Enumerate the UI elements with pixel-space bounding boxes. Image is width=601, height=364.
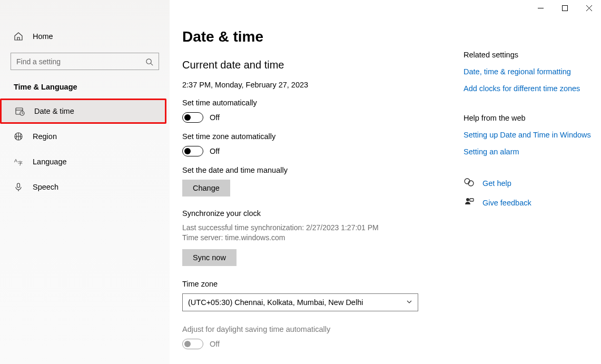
change-button[interactable]: Change bbox=[182, 180, 230, 196]
sidebar-item-date-time[interactable]: Date & time bbox=[0, 99, 166, 124]
svg-point-10 bbox=[466, 198, 469, 201]
sidebar: Home Time & Language Date & time Region … bbox=[0, 0, 170, 364]
calendar-clock-icon bbox=[15, 106, 25, 116]
globe-icon bbox=[14, 132, 23, 141]
sidebar-item-language[interactable]: A字 Language bbox=[0, 149, 170, 174]
svg-text:A: A bbox=[14, 158, 17, 163]
chevron-down-icon bbox=[406, 298, 412, 307]
right-rail: Related settings Date, time & regional f… bbox=[464, 51, 600, 230]
dst-label: Adjust for daylight saving time automati… bbox=[182, 325, 451, 333]
sidebar-item-label: Language bbox=[33, 158, 67, 166]
feedback-icon bbox=[464, 196, 474, 209]
home-label: Home bbox=[33, 32, 53, 41]
help-icon bbox=[464, 177, 474, 189]
dst-state: Off bbox=[210, 340, 220, 348]
set-time-auto-label: Set time automatically bbox=[182, 99, 451, 107]
set-tz-auto-state: Off bbox=[210, 147, 220, 155]
sidebar-item-label: Region bbox=[33, 132, 57, 141]
sidebar-item-label: Speech bbox=[33, 183, 58, 191]
search-wrap bbox=[11, 53, 159, 70]
link-regional-formatting[interactable]: Date, time & regional formatting bbox=[464, 67, 600, 76]
timezone-value: (UTC+05:30) Chennai, Kolkata, Mumbai, Ne… bbox=[188, 298, 363, 307]
svg-rect-7 bbox=[17, 183, 20, 188]
language-icon: A字 bbox=[14, 157, 23, 166]
related-settings-heading: Related settings bbox=[464, 51, 600, 59]
sync-last: Last successful time synchronization: 2/… bbox=[182, 223, 451, 233]
link-add-clocks[interactable]: Add clocks for different time zones bbox=[464, 84, 600, 93]
get-help-link[interactable]: Get help bbox=[482, 179, 511, 188]
feedback-link[interactable]: Give feedback bbox=[482, 199, 531, 207]
sync-now-button[interactable]: Sync now bbox=[182, 249, 237, 266]
feedback-row[interactable]: Give feedback bbox=[464, 196, 600, 209]
sidebar-item-region[interactable]: Region bbox=[0, 124, 170, 149]
microphone-icon bbox=[14, 182, 23, 192]
timezone-label: Time zone bbox=[182, 280, 451, 288]
sidebar-item-label: Date & time bbox=[34, 107, 74, 115]
home-icon bbox=[14, 32, 23, 41]
set-time-auto-state: Off bbox=[210, 113, 220, 122]
search-input[interactable] bbox=[11, 53, 159, 70]
dst-toggle bbox=[182, 339, 203, 349]
svg-point-1 bbox=[146, 58, 151, 63]
sidebar-section-heading: Time & Language bbox=[0, 70, 170, 99]
current-datetime-value: 2:37 PM, Monday, February 27, 2023 bbox=[182, 81, 451, 89]
set-time-auto-toggle[interactable] bbox=[182, 112, 203, 123]
set-tz-auto-label: Set time zone automatically bbox=[182, 132, 451, 141]
link-setup-datetime[interactable]: Setting up Date and Time in Windows bbox=[464, 131, 600, 139]
svg-text:字: 字 bbox=[18, 161, 23, 166]
search-icon bbox=[144, 57, 154, 66]
get-help-row[interactable]: Get help bbox=[464, 177, 600, 189]
sync-heading: Synchronize your clock bbox=[182, 209, 451, 218]
svg-rect-11 bbox=[470, 199, 474, 201]
manual-label: Set the date and time manually bbox=[182, 166, 451, 174]
home-nav[interactable]: Home bbox=[0, 25, 170, 47]
current-datetime-heading: Current date and time bbox=[182, 59, 451, 71]
set-tz-auto-toggle[interactable] bbox=[182, 146, 203, 156]
sync-server: Time server: time.windows.com bbox=[182, 233, 451, 243]
sidebar-item-speech[interactable]: Speech bbox=[0, 174, 170, 200]
help-web-heading: Help from the web bbox=[464, 114, 600, 122]
timezone-select[interactable]: (UTC+05:30) Chennai, Kolkata, Mumbai, Ne… bbox=[182, 293, 418, 311]
link-setting-alarm[interactable]: Setting an alarm bbox=[464, 147, 600, 156]
page-title: Date & time bbox=[182, 28, 451, 45]
